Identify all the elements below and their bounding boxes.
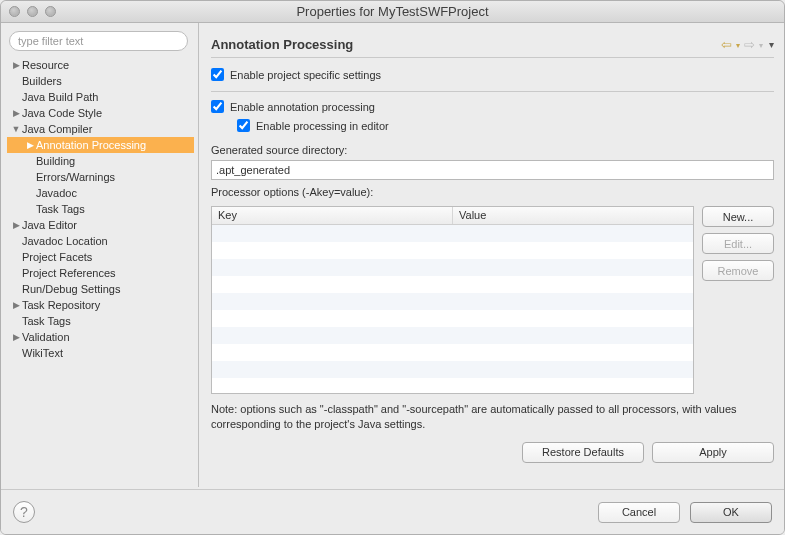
tree-item-label: Run/Debug Settings [22, 283, 120, 295]
tree-item-label: Errors/Warnings [36, 171, 115, 183]
tree-item[interactable]: Task Tags [7, 201, 194, 217]
back-menu-icon[interactable]: ▾ [736, 38, 740, 50]
tree-item[interactable]: ▶Validation [7, 329, 194, 345]
tree-item-label: Task Tags [22, 315, 71, 327]
restore-defaults-button[interactable]: Restore Defaults [522, 442, 644, 463]
back-icon[interactable]: ⇦ [721, 37, 732, 52]
tree-item-label: Java Editor [22, 219, 77, 231]
tree-item-label: Javadoc [36, 187, 77, 199]
chevron-right-icon[interactable]: ▶ [11, 220, 21, 230]
tree-item[interactable]: WikiText [7, 345, 194, 361]
tree-item[interactable]: ▶Java Code Style [7, 105, 194, 121]
options-tbody [212, 225, 693, 393]
cancel-button[interactable]: Cancel [598, 502, 680, 523]
tree-item-label: Validation [22, 331, 70, 343]
window-title: Properties for MyTestSWFProject [1, 4, 784, 19]
titlebar: Properties for MyTestSWFProject [1, 1, 784, 23]
ok-button[interactable]: OK [690, 502, 772, 523]
sidebar: ▶ResourceBuildersJava Build Path▶Java Co… [1, 23, 199, 487]
tree-item[interactable]: Javadoc [7, 185, 194, 201]
chevron-right-icon[interactable]: ▶ [11, 60, 21, 70]
nav-tree[interactable]: ▶ResourceBuildersJava Build Path▶Java Co… [7, 57, 194, 481]
tree-item[interactable]: ▼Java Compiler [7, 121, 194, 137]
tree-item-label: Building [36, 155, 75, 167]
tree-item[interactable]: ▶Annotation Processing [7, 137, 194, 153]
tree-item-label: Project References [22, 267, 116, 279]
chevron-right-icon[interactable]: ▶ [11, 300, 21, 310]
filter-field[interactable] [9, 31, 188, 51]
zoom-icon[interactable] [45, 6, 56, 17]
enable-project-label: Enable project specific settings [230, 69, 381, 81]
tree-item-label: Java Build Path [22, 91, 98, 103]
chevron-right-icon[interactable]: ▶ [11, 108, 21, 118]
col-key[interactable]: Key [212, 207, 453, 224]
tree-item[interactable]: ▶Task Repository [7, 297, 194, 313]
tree-item[interactable]: Javadoc Location [7, 233, 194, 249]
tree-item[interactable]: Builders [7, 73, 194, 89]
new-button[interactable]: New... [702, 206, 774, 227]
chevron-down-icon[interactable]: ▼ [11, 124, 21, 134]
tree-item-label: Java Compiler [22, 123, 92, 135]
tree-item-label: WikiText [22, 347, 63, 359]
tree-item-label: Annotation Processing [36, 139, 146, 151]
chevron-right-icon[interactable]: ▶ [11, 332, 21, 342]
apply-button[interactable]: Apply [652, 442, 774, 463]
gensrc-input[interactable] [211, 160, 774, 180]
tree-item[interactable]: Run/Debug Settings [7, 281, 194, 297]
forward-menu-icon: ▾ [759, 38, 763, 50]
tree-item[interactable]: ▶Resource [7, 57, 194, 73]
tree-item[interactable]: Errors/Warnings [7, 169, 194, 185]
options-table[interactable]: Key Value [211, 206, 694, 394]
enable-editor-label: Enable processing in editor [256, 120, 389, 132]
forward-icon: ⇨ [744, 37, 755, 52]
close-icon[interactable] [9, 6, 20, 17]
enable-editor-checkbox[interactable] [237, 119, 250, 132]
tree-item[interactable]: Java Build Path [7, 89, 194, 105]
enable-project-checkbox[interactable] [211, 68, 224, 81]
enable-ap-checkbox[interactable] [211, 100, 224, 113]
tree-item[interactable]: ▶Java Editor [7, 217, 194, 233]
gensrc-label: Generated source directory: [211, 144, 774, 156]
tree-item[interactable]: Building [7, 153, 194, 169]
note-text: Note: options such as "-classpath" and "… [211, 402, 774, 432]
col-value[interactable]: Value [453, 207, 693, 224]
remove-button: Remove [702, 260, 774, 281]
tree-item[interactable]: Project Facets [7, 249, 194, 265]
tree-item-label: Task Repository [22, 299, 100, 311]
tree-item-label: Project Facets [22, 251, 92, 263]
edit-button: Edit... [702, 233, 774, 254]
chevron-right-icon[interactable]: ▶ [25, 140, 35, 150]
minimize-icon[interactable] [27, 6, 38, 17]
tree-item-label: Resource [22, 59, 69, 71]
filter-input[interactable] [18, 35, 179, 47]
help-icon[interactable]: ? [13, 501, 35, 523]
procopt-label: Processor options (-Akey=value): [211, 186, 774, 198]
tree-item-label: Builders [22, 75, 62, 87]
tree-item[interactable]: Project References [7, 265, 194, 281]
tree-item-label: Task Tags [36, 203, 85, 215]
view-menu-icon[interactable]: ▾ [767, 39, 774, 50]
tree-item[interactable]: Task Tags [7, 313, 194, 329]
tree-item-label: Java Code Style [22, 107, 102, 119]
enable-ap-label: Enable annotation processing [230, 101, 375, 113]
tree-item-label: Javadoc Location [22, 235, 108, 247]
page-title: Annotation Processing [211, 37, 721, 52]
